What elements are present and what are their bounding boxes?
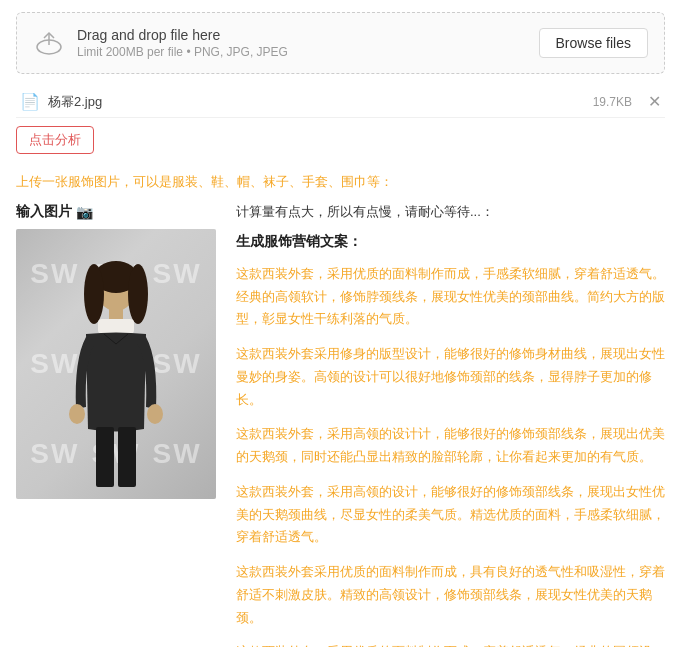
svg-point-7	[69, 404, 85, 424]
upload-text: Drag and drop file here Limit 200MB per …	[77, 27, 288, 59]
image-preview: SW SW SW SW SW SW SW SW SW	[16, 229, 216, 499]
svg-rect-6	[98, 319, 134, 334]
left-column: 输入图片 📷 SW SW SW SW SW SW SW SW SW	[16, 203, 216, 499]
analyze-button[interactable]: 点击分析	[16, 126, 94, 154]
file-name: 杨幂2.jpg	[48, 93, 581, 111]
svg-point-3	[84, 264, 104, 324]
svg-rect-9	[96, 427, 114, 487]
camera-icon: 📷	[76, 204, 93, 220]
gen-title: 生成服饰营销文案：	[236, 233, 665, 251]
person-silhouette	[56, 259, 176, 499]
browse-files-button[interactable]: Browse files	[539, 28, 648, 58]
upload-subtitle: Limit 200MB per file • PNG, JPG, JPEG	[77, 45, 288, 59]
loading-text: 计算量有点大，所以有点慢，请耐心等待...：	[236, 203, 665, 221]
upload-area: Drag and drop file here Limit 200MB per …	[16, 12, 665, 74]
gen-paragraph-6: 这款西装外套，采用优质的面料制作而成，穿着舒适透气。经典的国领设计，修饰颈部线条…	[236, 641, 665, 647]
input-label: 输入图片 📷	[16, 203, 216, 221]
file-close-button[interactable]: ✕	[648, 92, 661, 111]
upload-left: Drag and drop file here Limit 200MB per …	[33, 27, 288, 59]
gen-paragraph-1: 这款西装外套，采用优质的面料制作而成，手感柔软细腻，穿着舒适透气。经典的高领软计…	[236, 263, 665, 331]
file-type-icon: 📄	[20, 92, 40, 111]
main-container: Drag and drop file here Limit 200MB per …	[0, 0, 681, 647]
gen-paragraph-3: 这款西装外套，采用高领的设计计，能够很好的修饰颈部线条，展现出优美的天鹅颈，同时…	[236, 423, 665, 469]
file-item: 📄 杨幂2.jpg 19.7KB ✕	[16, 86, 665, 118]
file-size: 19.7KB	[593, 95, 632, 109]
svg-rect-10	[118, 427, 136, 487]
gen-paragraph-4: 这款西装外套，采用高领的设计，能够很好的修饰颈部线条，展现出女性优美的天鹅颈曲线…	[236, 481, 665, 549]
gen-paragraph-2: 这款西装外套采用修身的版型设计，能够很好的修饰身材曲线，展现出女性曼妙的身姿。高…	[236, 343, 665, 411]
sim-photo-bg: SW SW SW SW SW SW SW SW SW	[16, 229, 216, 499]
description-text: 上传一张服饰图片，可以是服装、鞋、帽、袜子、手套、围巾等：	[16, 172, 665, 193]
upload-title: Drag and drop file here	[77, 27, 288, 43]
gen-paragraph-5: 这款西装外套采用优质的面料制作而成，具有良好的透气性和吸湿性，穿着舒适不刺激皮肤…	[236, 561, 665, 629]
upload-icon	[33, 27, 65, 59]
right-column: 计算量有点大，所以有点慢，请耐心等待...： 生成服饰营销文案： 这款西装外套，…	[236, 203, 665, 647]
two-column-layout: 输入图片 📷 SW SW SW SW SW SW SW SW SW	[16, 203, 665, 647]
svg-point-4	[128, 264, 148, 324]
svg-point-8	[147, 404, 163, 424]
